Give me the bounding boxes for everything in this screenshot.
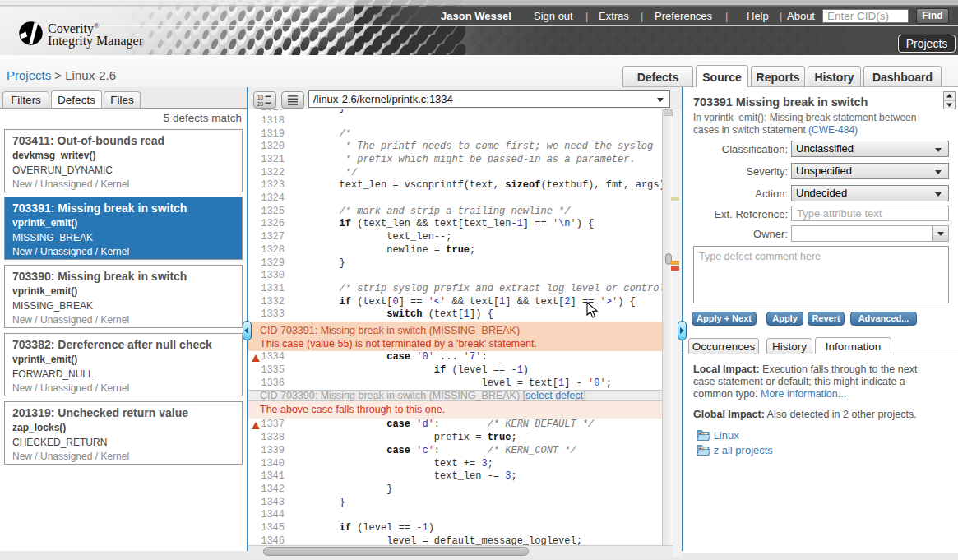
svg-text:10: 10 bbox=[257, 95, 264, 100]
svg-text:20: 20 bbox=[257, 101, 264, 107]
